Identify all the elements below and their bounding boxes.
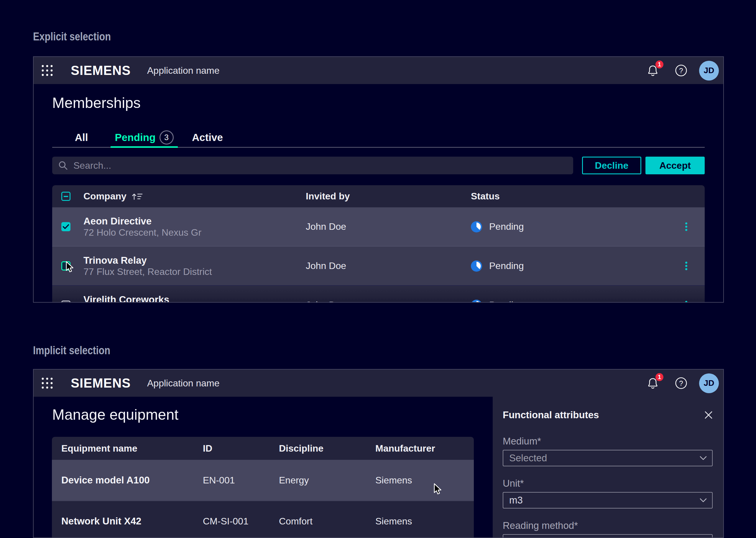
company-cell: Trinova Relay 77 Flux Street, Reactor Di… — [83, 255, 306, 277]
column-header-equipment-name-label: Equipment name — [61, 443, 137, 454]
decline-button[interactable]: Decline — [582, 157, 641, 174]
header-actions: 1 ? JD — [647, 373, 723, 393]
column-header-id-label: ID — [203, 443, 212, 454]
svg-text:?: ? — [679, 379, 683, 387]
invited-by-value: John Doe — [306, 221, 471, 232]
help-icon: ? — [675, 377, 687, 389]
column-header-manufacturer[interactable]: Manufacturer — [375, 443, 474, 454]
page-title: Memberships — [52, 84, 705, 111]
status-pending-icon — [471, 221, 482, 233]
table-row-trinova-relay[interactable]: Trinova Relay 77 Flux Street, Reactor Di… — [52, 246, 705, 285]
user-avatar[interactable]: JD — [699, 373, 719, 393]
status-value: Pending — [489, 260, 524, 271]
siemens-logo: SIEMENS — [71, 375, 130, 391]
status-cell: Pending — [471, 221, 672, 233]
company-cell: Aeon Directive 72 Holo Crescent, Nexus G… — [83, 216, 306, 238]
checkbox-cell — [52, 300, 83, 303]
invited-by-value: John Doe — [306, 260, 471, 271]
table-row-network-unit-x42[interactable]: Network Unit X42 CM-SI-001 Comfort Sieme… — [52, 501, 474, 538]
form-field: Unit* m3 — [503, 477, 713, 509]
drawer-header: Functional attributes — [503, 408, 713, 421]
row-actions-kebab-icon[interactable] — [680, 301, 692, 303]
notifications-button[interactable]: 1 — [647, 377, 659, 389]
equipment-id: CM-SI-001 — [203, 516, 279, 527]
unit-select[interactable]: m3 — [503, 492, 713, 509]
checkmark-icon — [63, 224, 69, 230]
column-header-invited-by[interactable]: Invited by — [306, 191, 471, 202]
memberships-table: Company Invited by Status — [52, 185, 705, 303]
row-actions-kebab-icon[interactable] — [680, 262, 692, 270]
user-avatar[interactable]: JD — [699, 61, 719, 81]
app-window-manage-equipment: SIEMENS Application name 1 ? JD — [33, 369, 724, 538]
equipment-name: Device model A100 — [61, 475, 203, 486]
app-switcher-icon[interactable] — [34, 57, 61, 84]
form-field: Medium* Selected — [503, 435, 713, 466]
app-switcher-icon[interactable] — [34, 370, 61, 397]
section-label-implicit: Implicit selection — [33, 344, 110, 357]
table-row-device-model-a100[interactable]: Device model A100 EN-001 Energy Siemens — [52, 460, 474, 501]
close-button[interactable] — [702, 408, 715, 421]
tab-pending-label: Pending — [115, 132, 155, 143]
row-checkbox-hover[interactable] — [61, 261, 71, 270]
search-input[interactable]: Search... — [52, 157, 573, 174]
row-checkbox-unchecked[interactable] — [61, 300, 71, 303]
column-header-status-label: Status — [471, 191, 500, 202]
sort-ascending-icon — [132, 193, 142, 200]
row-checkbox-checked[interactable] — [61, 222, 71, 231]
column-header-company[interactable]: Company — [83, 191, 306, 202]
column-header-discipline-label: Discipline — [279, 443, 324, 454]
application-name: Application name — [147, 65, 219, 76]
accept-button[interactable]: Accept — [645, 157, 705, 174]
app-header: SIEMENS Application name 1 ? JD — [34, 57, 723, 84]
column-header-equipment-name[interactable]: Equipment name — [61, 443, 203, 454]
tab-bar: All Pending 3 Active — [52, 127, 705, 148]
toolbar: Search... Decline Accept — [52, 157, 705, 174]
table-header-row: Company Invited by Status — [52, 185, 705, 207]
reading-method-select[interactable] — [503, 534, 713, 538]
company-name: Aeon Directive — [83, 216, 306, 227]
column-header-id[interactable]: ID — [203, 443, 279, 454]
search-placeholder: Search... — [74, 160, 111, 171]
checkbox-cell — [52, 222, 83, 231]
tab-pending[interactable]: Pending 3 — [111, 127, 178, 148]
tab-active[interactable]: Active — [186, 127, 229, 148]
notifications-button[interactable]: 1 — [647, 65, 659, 77]
active-tab-indicator — [111, 146, 178, 148]
help-icon: ? — [675, 64, 687, 77]
status-pending-icon — [471, 300, 482, 303]
company-address: 77 Flux Street, Reactor District — [83, 266, 306, 277]
table-row-virelith-coreworks[interactable]: Virelith Coreworks John Doe Pending — [52, 285, 705, 303]
status-value: Pending — [489, 221, 524, 232]
section-label-explicit: Explicit selection — [33, 30, 111, 43]
chevron-down-icon — [700, 456, 707, 460]
column-header-status[interactable]: Status — [471, 191, 672, 202]
equipment-manufacturer: Siemens — [375, 475, 474, 486]
equipment-table: Equipment name ID Discipline Manufacture… — [52, 437, 474, 538]
tab-all-label: All — [75, 132, 88, 143]
table-row-aeon-directive[interactable]: Aeon Directive 72 Holo Crescent, Nexus G… — [52, 207, 705, 246]
table-header-row: Equipment name ID Discipline Manufacture… — [52, 437, 474, 460]
equipment-id: EN-001 — [203, 475, 279, 486]
panel-body: Manage equipment Equipment name ID Disci… — [34, 397, 723, 537]
company-name: Trinova Relay — [83, 255, 306, 266]
app-window-memberships: SIEMENS Application name 1 ? JD — [33, 56, 724, 303]
row-actions-kebab-icon[interactable] — [680, 222, 692, 231]
search-icon — [58, 160, 68, 171]
field-label-unit: Unit* — [503, 477, 713, 489]
functional-attributes-drawer: Functional attributes Medium* Selected — [493, 397, 723, 537]
help-button[interactable]: ? — [675, 377, 687, 389]
status-pending-icon — [471, 260, 482, 272]
help-button[interactable]: ? — [675, 64, 687, 77]
design-canvas: Explicit selection SIEMENS Application n… — [0, 0, 756, 538]
tab-all[interactable]: All — [52, 127, 111, 148]
select-all-checkbox[interactable] — [61, 192, 71, 201]
svg-text:?: ? — [679, 67, 683, 75]
column-header-discipline[interactable]: Discipline — [279, 443, 375, 454]
column-header-invited-by-label: Invited by — [306, 191, 350, 202]
medium-select[interactable]: Selected — [503, 450, 713, 466]
tab-active-label: Active — [192, 132, 223, 143]
company-address: 72 Holo Crescent, Nexus Gr — [83, 227, 306, 238]
close-icon — [704, 410, 713, 419]
company-cell: Virelith Coreworks — [83, 294, 306, 303]
field-label-reading-method: Reading method* — [503, 520, 713, 531]
